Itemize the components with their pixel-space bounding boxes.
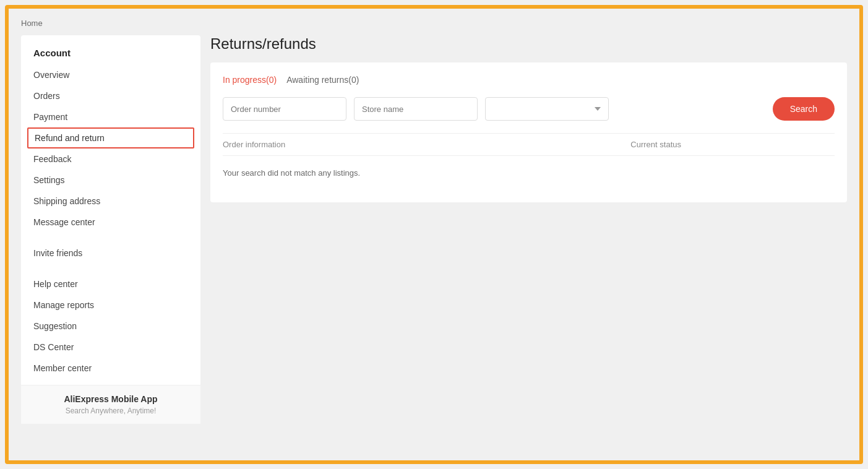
sidebar-item-orders[interactable]: Orders [21, 85, 200, 106]
table-header: Order information Current status [223, 134, 835, 156]
tab-in-progress[interactable]: In progress(0) [223, 75, 277, 87]
sidebar-item-suggestion[interactable]: Suggestion [21, 316, 200, 337]
main-layout: Account Overview Orders Payment Refund a… [21, 35, 847, 424]
sidebar-app-section: AliExpress Mobile App Search Anywhere, A… [21, 385, 200, 424]
status-select[interactable] [485, 97, 609, 121]
sidebar-item-message-center[interactable]: Message center [21, 212, 200, 233]
sidebar-item-settings[interactable]: Settings [21, 170, 200, 191]
sidebar-item-refund-return[interactable]: Refund and return [27, 127, 194, 148]
sidebar-item-ds-center[interactable]: DS Center [21, 337, 200, 358]
home-link[interactable]: Home [21, 19, 43, 28]
app-title: AliExpress Mobile App [33, 394, 188, 404]
sidebar-item-manage-reports[interactable]: Manage reports [21, 295, 200, 316]
col-header-order-info: Order information [223, 140, 630, 149]
sidebar-item-help-center[interactable]: Help center [21, 273, 200, 295]
order-number-input[interactable] [223, 97, 346, 121]
sidebar-section-title: Account [21, 48, 200, 64]
sidebar-item-overview[interactable]: Overview [21, 64, 200, 85]
tabs-row: In progress(0) Awaiting returns(0) [223, 75, 835, 87]
sidebar: Account Overview Orders Payment Refund a… [21, 35, 200, 424]
page-title: Returns/refunds [210, 35, 847, 53]
content-card: In progress(0) Awaiting returns(0) Searc… [210, 62, 847, 202]
sidebar-item-shipping-address[interactable]: Shipping address [21, 191, 200, 212]
sidebar-item-member-center[interactable]: Member center [21, 358, 200, 379]
sidebar-item-payment[interactable]: Payment [21, 106, 200, 127]
store-name-input[interactable] [354, 97, 478, 121]
filter-row: Search [223, 97, 835, 121]
sidebar-divider-1 [21, 233, 200, 243]
breadcrumb[interactable]: Home [21, 19, 847, 28]
sidebar-item-invite-friends[interactable]: Invite friends [21, 243, 200, 264]
col-header-current-status: Current status [630, 140, 835, 149]
empty-message: Your search did not match any listings. [223, 156, 835, 190]
main-content: Returns/refunds In progress(0) Awaiting … [210, 35, 847, 202]
sidebar-divider-2 [21, 264, 200, 273]
outer-border: Home Account Overview Orders Payment Ref… [5, 5, 863, 464]
tab-awaiting-returns[interactable]: Awaiting returns(0) [286, 75, 359, 87]
app-subtitle: Search Anywhere, Anytime! [33, 407, 188, 415]
results-table: Order information Current status Your se… [223, 133, 835, 190]
search-button[interactable]: Search [773, 97, 835, 121]
sidebar-item-feedback[interactable]: Feedback [21, 148, 200, 170]
